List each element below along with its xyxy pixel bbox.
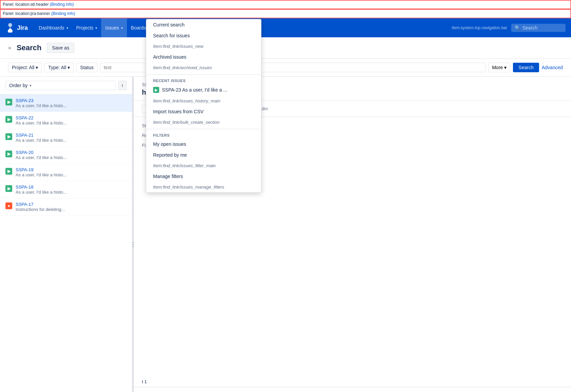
- issue-type-symbol: ▶: [7, 152, 11, 156]
- issue-id: SSPA-19: [16, 167, 127, 172]
- sub-header: » Search Save as: [0, 37, 571, 59]
- dropdown-normal-item[interactable]: Manage filters: [146, 171, 261, 182]
- dropdown-item-label: Current search: [153, 22, 185, 27]
- issue-id: SSPA-21: [16, 133, 127, 138]
- status-filter-label: Status: [80, 65, 94, 70]
- issue-list-item[interactable]: ● SSPA-17 Instructions for deleting...: [0, 198, 132, 216]
- advanced-link[interactable]: Advanced: [542, 65, 563, 70]
- dropdown-item-label: My open issues: [153, 141, 186, 147]
- order-by-label: Order by: [9, 83, 27, 88]
- nav-item-projects[interactable]: Projects ▾: [72, 18, 102, 37]
- dropdown-item-label: Reported by me: [153, 152, 187, 158]
- panel-divider[interactable]: [132, 77, 134, 392]
- issue-list-item[interactable]: ▶ SSPA-22 As a user, I'd like a histo...: [0, 112, 132, 129]
- filter-bar: Project: All ▾ Type: All ▾ Status More ▾…: [0, 59, 571, 77]
- dropdown-unresolved-item[interactable]: Item:find_link/issues_filter_main: [146, 160, 261, 171]
- order-chevron-icon: ▾: [30, 83, 32, 88]
- order-by-select[interactable]: Order by ▾: [5, 81, 115, 90]
- project-filter-button[interactable]: Project: All ▾: [8, 63, 42, 72]
- dropdown-normal-item[interactable]: My open issues: [146, 139, 261, 150]
- debug-banner-2: Panel: location:jira-banner (Binding inf…: [0, 9, 571, 18]
- issue-type-icon: ▶: [5, 151, 12, 157]
- dropdown-item-label: Manage filters: [153, 174, 183, 179]
- project-chevron-icon: ▾: [36, 65, 38, 70]
- issue-info: SSPA-22 As a user, I'd like a histo...: [16, 115, 127, 125]
- issue-list-item[interactable]: ▶ SSPA-21 As a user, I'd like a histo...: [0, 129, 132, 146]
- dropdown-divider: [146, 129, 261, 129]
- issues-dropdown-menu: Current searchSearch for issuesItem:find…: [146, 19, 261, 193]
- dropdown-unresolved-item[interactable]: Item:find_link/issues_history_main: [146, 96, 261, 106]
- debug-banner-1: Panel: location:atl.header (Binding info…: [0, 0, 571, 9]
- issue-type-symbol: ▶: [7, 169, 11, 174]
- issue-list-item[interactable]: ▶ SSPA-20 As a user, I'd like a histo...: [0, 146, 132, 164]
- dropdown-normal-item[interactable]: Import Issues from CSV: [146, 106, 261, 117]
- dropdown-item-label: Item:find_link/issues_manage_filters: [153, 184, 224, 190]
- dropdown-item-label: Item:find_link/issues_filter_main: [153, 163, 216, 168]
- dropdown-unresolved-item[interactable]: Item:find_link/bulk_create_section: [146, 117, 261, 128]
- issue-id: SSPA-23: [16, 98, 127, 103]
- dashboards-chevron-icon: ▾: [67, 26, 68, 30]
- attachments-section: ▼ Attachments: [134, 387, 571, 392]
- issue-type-symbol: ●: [7, 203, 10, 208]
- main-content: Order by ▾ ↑ ▶ SSPA-23 As a user, I'd li…: [0, 77, 571, 392]
- nav-search-text: Search: [522, 25, 537, 31]
- recent-icon-symbol: ▶: [155, 88, 158, 92]
- issue-info: SSPA-18 As a user, I'd like a histo...: [16, 184, 127, 195]
- dropdown-unresolved-item[interactable]: Item:find_link/issues_new: [146, 41, 261, 52]
- issue-id: SSPA-18: [16, 184, 127, 190]
- issue-type-icon: ▶: [5, 185, 12, 192]
- dropdown-normal-item[interactable]: Archived issues: [146, 52, 261, 62]
- issue-summary: As a user, I'd like a histo...: [16, 138, 127, 143]
- issue-summary: As a user, I'd like a histo...: [16, 120, 127, 125]
- divider-handle: [133, 242, 134, 247]
- issue-type-symbol: ▶: [7, 117, 11, 122]
- dropdown-section-label: RECENT ISSUES: [146, 76, 261, 84]
- sprint-value: t 1: [134, 376, 571, 387]
- issue-list-item[interactable]: ▶ SSPA-19 As a user, I'd like a histo...: [0, 164, 132, 181]
- issue-info: SSPA-17 Instructions for deleting...: [16, 202, 127, 212]
- jira-logo-icon: [5, 23, 15, 33]
- nav-item-issues[interactable]: Issues ▾: [101, 18, 127, 37]
- type-filter-button[interactable]: Type: All ▾: [44, 63, 74, 72]
- collapse-arrow-icon[interactable]: »: [8, 45, 11, 51]
- dropdown-normal-item[interactable]: Current search: [146, 19, 261, 30]
- dropdown-unresolved-item[interactable]: Item:find_link/archived_issues: [146, 62, 261, 73]
- sort-direction-button[interactable]: ↑: [118, 81, 127, 90]
- dropdown-unresolved-item[interactable]: Item:find_link/issues_manage_filters: [146, 182, 261, 192]
- status-filter-button[interactable]: Status: [76, 63, 97, 72]
- issues-chevron-icon: ▾: [121, 26, 123, 30]
- more-button[interactable]: More ▾: [488, 63, 510, 72]
- nav-system-text: Item:system.top.navigation.bar: [452, 25, 507, 30]
- jira-logo[interactable]: Jira: [5, 23, 28, 33]
- issue-id: SSPA-17: [16, 202, 127, 207]
- top-nav: Jira Dashboards ▾ Projects ▾ Issues ▾ Bo…: [0, 18, 571, 37]
- nav-item-dashboards[interactable]: Dashboards ▾: [35, 18, 72, 37]
- dropdown-item-label: Item:find_link/issues_history_main: [153, 98, 220, 103]
- issue-id: SSPA-20: [16, 150, 127, 155]
- order-bar: Order by ▾ ↑: [0, 77, 132, 95]
- issue-info: SSPA-20 As a user, I'd like a histo...: [16, 150, 127, 160]
- issue-type-icon: ▶: [5, 168, 12, 175]
- issue-info: SSPA-23 As a user, I'd like a histo...: [16, 98, 127, 108]
- issue-summary: Instructions for deleting...: [16, 207, 127, 212]
- save-as-button[interactable]: Save as: [47, 43, 74, 53]
- dropdown-divider: [146, 74, 261, 75]
- dot-3: [133, 246, 134, 247]
- issue-type-symbol: ▶: [7, 100, 11, 104]
- issue-id: SSPA-22: [16, 115, 127, 120]
- dropdown-normal-item[interactable]: Search for issues: [146, 30, 261, 41]
- projects-chevron-icon: ▾: [95, 26, 97, 30]
- recent-issue-icon: ▶: [153, 87, 159, 93]
- dropdown-normal-item[interactable]: Reported by me: [146, 150, 261, 160]
- issue-type-symbol: ▶: [7, 186, 11, 191]
- dropdown-item-label: SSPA-23 As a user, I'd like a ...: [162, 87, 227, 93]
- issue-summary: As a user, I'd like a histo...: [16, 190, 127, 195]
- search-button[interactable]: Search: [513, 63, 539, 72]
- issue-type-icon: ▶: [5, 133, 12, 140]
- dropdown-item-label: Search for issues: [153, 33, 190, 38]
- more-chevron-icon: ▾: [504, 65, 506, 70]
- issue-list-item[interactable]: ▶ SSPA-18 As a user, I'd like a histo...: [0, 181, 132, 198]
- dropdown-recent-item[interactable]: ▶ SSPA-23 As a user, I'd like a ...: [146, 84, 261, 96]
- issue-list-item[interactable]: ▶ SSPA-23 As a user, I'd like a histo...: [0, 95, 132, 112]
- nav-search-box[interactable]: 🔍 Search: [511, 24, 566, 32]
